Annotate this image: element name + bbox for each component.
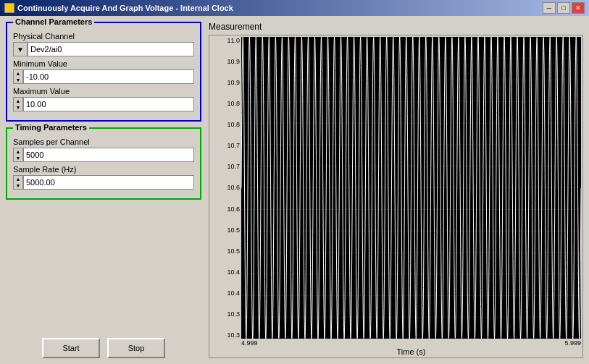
x-tick-label: 4.999 (241, 339, 258, 347)
buttons-row: Start Stop (6, 331, 201, 358)
max-value-row: ▲ ▼ (13, 97, 194, 111)
title-bar: Continuously Acquire And Graph Voltage -… (0, 0, 589, 16)
y-tick-label: 10.4 (227, 289, 240, 297)
y-tick-label: 10.5 (227, 247, 240, 255)
sample-rate-label: Sample Rate (Hz) (13, 165, 194, 174)
max-value-label: Maximum Value (13, 87, 194, 96)
chart-panel: Measurement 11.010.910.910.810.810.710.7… (209, 22, 583, 358)
window-title: Continuously Acquire And Graph Voltage -… (17, 4, 233, 12)
y-tick-label: 10.9 (227, 58, 240, 65)
min-value-label: Minimum Value (13, 59, 194, 68)
y-tick-label: 10.6 (227, 206, 240, 213)
physical-channel-row: ▼ (13, 42, 194, 56)
y-ticks: 11.010.910.910.810.810.710.710.610.610.5… (211, 37, 241, 339)
y-tick-label: 11.0 (227, 37, 240, 44)
x-ticks: 4.9995.999 (241, 339, 581, 347)
y-tick-label: 10.6 (227, 184, 240, 191)
stop-button[interactable]: Stop (107, 338, 165, 358)
app-icon (4, 3, 14, 13)
channel-parameters-label: Channel Parameters (13, 17, 94, 26)
timing-parameters-group: Timing Parameters Samples per Channel ▲ … (6, 127, 201, 200)
chart-plot: Amplitude (241, 37, 581, 339)
sample-rate-row: ▲ ▼ (13, 175, 194, 190)
samples-spinner[interactable]: ▲ ▼ (13, 148, 23, 162)
start-button[interactable]: Start (42, 338, 100, 358)
y-tick-label: 10.7 (227, 142, 240, 149)
channel-parameters-group: Channel Parameters Physical Channel ▼ Mi… (6, 22, 201, 122)
y-tick-label: 10.8 (227, 121, 240, 128)
timing-parameters-label: Timing Parameters (13, 123, 89, 132)
y-tick-label: 10.9 (227, 79, 240, 86)
x-axis-label: Time (s) (397, 347, 426, 356)
chart-area: 11.010.910.910.810.810.710.710.610.610.5… (211, 37, 581, 339)
x-axis-area: 4.9995.999 Time (s) (241, 339, 581, 356)
y-tick-label: 10.5 (227, 227, 240, 234)
max-value-input[interactable] (23, 97, 194, 111)
maximize-button[interactable]: □ (557, 2, 570, 14)
y-tick-label: 10.7 (227, 163, 240, 170)
y-tick-label: 10.8 (227, 100, 240, 107)
min-value-spinner[interactable]: ▲ ▼ (13, 69, 23, 84)
y-tick-label: 10.3 (227, 331, 240, 339)
sample-rate-spinner[interactable]: ▲ ▼ (13, 175, 23, 190)
chart-title: Measurement (209, 22, 583, 32)
samples-per-channel-label: Samples per Channel (13, 137, 194, 146)
sample-rate-input[interactable] (23, 175, 194, 190)
chart-wrapper: 11.010.910.910.810.810.710.710.610.610.5… (209, 35, 583, 358)
window-controls: ─ □ ✕ (543, 2, 585, 14)
y-tick-label: 10.3 (227, 310, 240, 318)
physical-channel-label: Physical Channel (13, 32, 194, 41)
max-value-spinner[interactable]: ▲ ▼ (13, 97, 23, 111)
min-value-row: ▲ ▼ (13, 69, 194, 84)
y-tick-label: 10.4 (227, 268, 240, 276)
samples-input[interactable] (23, 148, 194, 162)
samples-row: ▲ ▼ (13, 148, 194, 162)
min-value-input[interactable] (23, 69, 194, 84)
y-axis-area: 11.010.910.910.810.810.710.710.610.610.5… (211, 37, 241, 339)
physical-channel-input[interactable] (28, 42, 194, 56)
main-content: Channel Parameters Physical Channel ▼ Mi… (0, 16, 589, 364)
x-tick-label: 5.999 (564, 339, 581, 347)
physical-channel-dropdown-btn[interactable]: ▼ (13, 42, 28, 56)
left-panel: Channel Parameters Physical Channel ▼ Mi… (6, 22, 201, 358)
close-button[interactable]: ✕ (572, 2, 585, 14)
minimize-button[interactable]: ─ (543, 2, 556, 14)
